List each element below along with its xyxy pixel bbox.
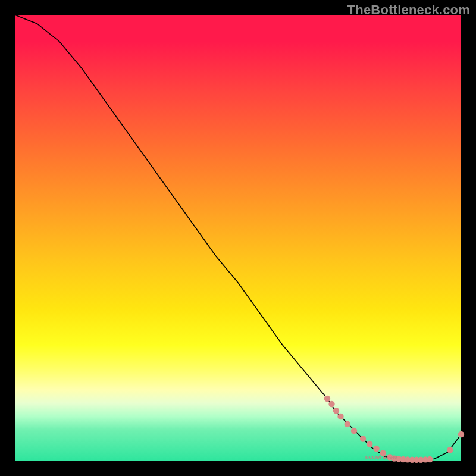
- highlight-dot: [351, 428, 357, 434]
- highlight-dot: [345, 421, 350, 427]
- series-micro-label: NVIDIA GT640: [365, 455, 397, 460]
- highlight-dot: [360, 436, 366, 441]
- highlight-dot: [427, 456, 433, 462]
- highlight-dot: [328, 401, 334, 407]
- watermark-text: TheBottleneck.com: [347, 2, 470, 18]
- chart-plot-area: NVIDIA GT640: [15, 15, 461, 461]
- highlight-dot: [458, 431, 464, 437]
- highlight-dot: [337, 414, 343, 419]
- bottleneck-curve: [15, 15, 461, 460]
- highlight-dots: [324, 396, 464, 463]
- highlight-dot: [447, 447, 453, 453]
- highlight-dot: [333, 408, 339, 414]
- highlight-dot: [367, 441, 372, 447]
- highlight-dot: [373, 446, 379, 452]
- chart-svg: [15, 15, 461, 461]
- highlight-dot: [324, 396, 330, 402]
- chart-stage: NVIDIA GT640 TheBottleneck.com: [0, 0, 476, 476]
